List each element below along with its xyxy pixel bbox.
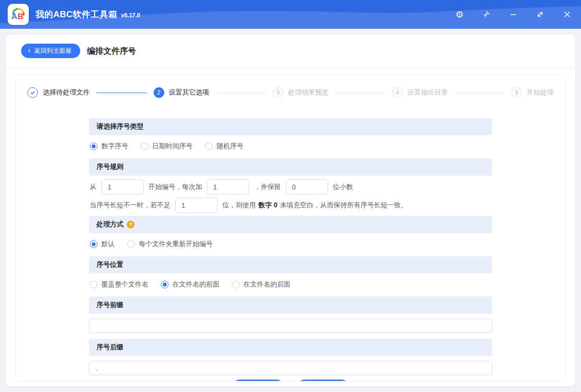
rule-line-1: 从 开始编号，每次加 ，并保留 位小数 [90,179,492,195]
section-title: 序号前缀 [97,301,123,309]
next-step-button[interactable]: 下一步 › [296,380,350,381]
step-label: 处理结果预览 [288,88,328,97]
step-4-output-dir: 4 设置输出目录 [392,87,448,98]
rule-text: 来填充空白，从而保持所有序号长短一致。 [280,201,408,210]
serial-type-radio-group: 数字序号 日期时间序号 随机序号 [90,139,492,154]
step-label: 选择待处理文件 [43,88,90,97]
back-button-label: 返回到主面板 [34,47,72,55]
step-number: 4 [392,87,403,98]
step-connector [455,93,505,93]
radio-icon [161,281,169,288]
section-title: 请选择序号类型 [97,122,144,131]
section-header-serial-prefix: 序号前缀 [89,297,492,314]
step-connector [216,93,266,93]
wizard-footer: ‹ 上一步 下一步 › [89,380,492,381]
rule-text: 从 [90,183,97,191]
app-logo: A B [8,4,29,25]
section-title: 处理方式 [97,220,123,229]
section-title: 序号规则 [97,163,123,171]
workspace: ‹ 返回到主面板 编排文件序号 选择待处理文件 2 设置其它选项 [0,29,581,392]
step-label: 开始处理 [527,88,554,97]
serial-position-radio-group: 覆盖整个文件名 在文件名的前面 在文件名的后面 [90,277,492,292]
titlebar: A B 我的ABC软件工具箱 v6.17.0 ⚙ ✂ [0,0,581,29]
page-header: ‹ 返回到主面板 编排文件序号 [6,35,575,68]
rule-text-bold: 数字 0 [258,201,278,210]
section-header-process-method: 处理方式 ? [89,216,492,233]
back-to-dashboard-button[interactable]: ‹ 返回到主面板 [21,44,80,58]
section-header-serial-suffix: 序号后缀 [89,339,492,356]
close-icon[interactable] [560,8,574,21]
abc-logo-icon: A B [9,5,27,24]
scissors-icon[interactable]: ✂ [480,8,493,21]
rule-text: 位小数 [333,183,353,191]
step-label: 设置其它选项 [169,88,209,97]
step-5-start: 5 开始处理 [511,87,554,98]
radio-icon [205,143,213,150]
decimal-places-input[interactable] [286,179,328,195]
step-number: 2 [154,87,164,98]
rule-text: ，并保留 [254,183,281,191]
radio-datetime-serial[interactable]: 日期时间序号 [141,142,193,151]
step-connector [335,93,386,93]
section-title: 序号后缀 [97,343,123,352]
page-title: 编排文件序号 [87,46,136,57]
section-header-serial-rule: 序号规则 [89,158,492,176]
minimize-icon[interactable] [507,8,520,21]
pad-length-input[interactable] [175,198,218,213]
radio-after-filename[interactable]: 在文件名的后面 [232,280,290,289]
section-title: 序号位置 [97,261,123,269]
radio-icon [90,143,97,150]
step-connector [97,93,147,93]
svg-text:A: A [12,12,17,21]
radio-icon [232,281,240,288]
rule-text: 当序号长短不一时，若不足 [90,201,170,210]
radio-before-filename[interactable]: 在文件名的前面 [161,280,219,289]
radio-icon [90,240,97,248]
check-icon [27,87,38,98]
increment-input[interactable] [207,179,249,195]
radio-icon [141,143,148,150]
radio-random-serial[interactable]: 随机序号 [205,142,243,151]
app-title: 我的ABC软件工具箱 [36,9,117,20]
maximize-icon[interactable] [533,8,547,21]
serial-suffix-input[interactable] [89,361,492,375]
chevron-left-icon: ‹ [28,47,30,54]
rule-line-2: 当序号长短不一时，若不足 位，则使用 数字 0 来填充空白，从而保持所有序号长短… [90,198,492,213]
app-version: v6.17.0 [121,12,140,19]
svg-text:B: B [18,12,24,21]
main-card: ‹ 返回到主面板 编排文件序号 选择待处理文件 2 设置其它选项 [6,35,575,386]
step-indicator: 选择待处理文件 2 设置其它选项 3 处理结果预览 4 设置输出目录 [16,75,565,98]
step-2-options: 2 设置其它选项 [154,87,209,98]
step-label: 设置输出目录 [408,88,448,97]
radio-overwrite-filename[interactable]: 覆盖整个文件名 [90,280,148,289]
radio-icon [90,281,97,288]
rule-text: 位，则使用 [222,201,256,210]
section-header-serial-type: 请选择序号类型 [89,118,492,135]
help-icon[interactable]: ? [127,221,134,228]
section-header-serial-position: 序号位置 [89,256,492,273]
radio-restart-per-folder[interactable]: 每个文件夹重新开始编号 [127,240,213,249]
step-1-select-files: 选择待处理文件 [27,87,90,98]
step-3-preview: 3 处理结果预览 [273,87,328,98]
radio-default-method[interactable]: 默认 [90,240,115,249]
settings-icon[interactable]: ⚙ [453,8,466,21]
process-method-radio-group: 默认 每个文件夹重新开始编号 [90,237,492,251]
step-number: 5 [511,87,522,98]
previous-step-button[interactable]: ‹ 上一步 [231,380,285,381]
rule-text: 开始编号，每次加 [148,183,202,191]
options-form: 请选择序号类型 数字序号 日期时间序号 随机序号 [89,118,492,381]
content-panel: 选择待处理文件 2 设置其它选项 3 处理结果预览 4 设置输出目录 [15,74,566,381]
radio-icon [127,240,135,248]
start-number-input[interactable] [101,179,144,195]
radio-number-serial[interactable]: 数字序号 [90,142,128,151]
serial-prefix-input[interactable] [89,319,492,333]
step-number: 3 [273,87,283,98]
